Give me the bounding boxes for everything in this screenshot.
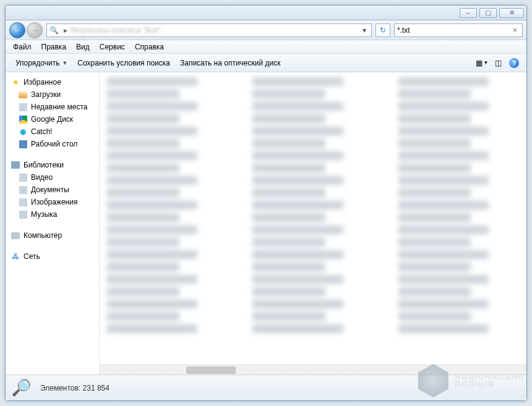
clear-search-icon[interactable]: × [510, 26, 520, 35]
sidebar-item-label: Catch! [31, 127, 53, 136]
menu-edit[interactable]: Правка [36, 41, 72, 53]
sidebar-item-label: Видео [31, 173, 53, 182]
documents-icon [18, 185, 28, 195]
pane-icon: ◫ [495, 59, 502, 67]
toolbar: Упорядочить ▼ Сохранить условия поиска З… [6, 54, 526, 72]
burn-disc-button[interactable]: Записать на оптический диск [175, 56, 286, 70]
organize-label: Упорядочить [15, 59, 59, 67]
sidebar-item-label: Рабочий стол [31, 140, 77, 148]
maximize-button[interactable]: ▢ [479, 8, 497, 18]
sidebar-item-label: Загрузки [31, 90, 61, 99]
view-options-button[interactable]: ▦ ▼ [474, 56, 489, 70]
scrollbar-thumb[interactable] [186, 366, 236, 374]
sidebar-network[interactable]: 🖧 Сеть [6, 250, 99, 263]
sidebar-item-music[interactable]: Музыка [6, 208, 99, 221]
folder-icon [18, 90, 28, 99]
library-icon [11, 160, 20, 170]
sidebar-item-label: Документы [31, 185, 69, 194]
forward-button[interactable]: → [27, 22, 43, 38]
sidebar-libraries-label: Библиотеки [24, 161, 64, 169]
sidebar: ★ Избранное Загрузки Недавние места Goog… [6, 72, 100, 374]
menubar: Файл Правка Вид Сервис Справка [6, 40, 526, 54]
save-search-button[interactable]: Сохранить условия поиска [72, 56, 175, 70]
sidebar-item-desktop[interactable]: Рабочий стол [6, 138, 99, 150]
organize-button[interactable]: Упорядочить ▼ [11, 56, 72, 70]
star-icon: ★ [11, 77, 20, 87]
sidebar-item-label: Музыка [31, 210, 57, 219]
network-icon: 🖧 [11, 252, 20, 261]
menu-help[interactable]: Справка [130, 41, 169, 53]
sidebar-computer-label: Компьютер [24, 231, 62, 240]
sidebar-item-pictures[interactable]: Изображения [6, 196, 99, 208]
menu-view[interactable]: Вид [71, 41, 95, 53]
explorer-window: – ▢ ✕ ← → 🔍 ▸ Результаты поиска в "Все" … [5, 5, 527, 401]
sidebar-item-label: Недавние места [31, 103, 87, 111]
sidebar-item-gdrive[interactable]: Google Диск [6, 113, 99, 125]
breadcrumb-separator: ▸ [64, 26, 67, 35]
search-box[interactable]: × [394, 23, 523, 37]
navbar: ← → 🔍 ▸ Результаты поиска в "Все" ▾ ↻ × [6, 20, 526, 40]
magnifier-icon: 🔍 [12, 378, 32, 397]
search-input[interactable] [397, 26, 510, 35]
body: ★ Избранное Загрузки Недавние места Goog… [6, 72, 526, 374]
search-results-blurred [100, 72, 526, 374]
address-text: Результаты поиска в "Все" [70, 26, 161, 35]
desktop-icon [18, 139, 28, 149]
close-button[interactable]: ✕ [499, 8, 524, 18]
address-dropdown[interactable]: ▾ [360, 26, 369, 35]
preview-pane-button[interactable]: ◫ [491, 56, 505, 70]
file-list-area[interactable] [100, 72, 526, 374]
status-text: Элементов: 231 854 [40, 384, 109, 392]
menu-file[interactable]: Файл [8, 41, 36, 53]
sidebar-item-downloads[interactable]: Загрузки [6, 88, 99, 101]
help-button[interactable]: ? [507, 56, 521, 70]
sidebar-favorites-label: Избранное [24, 78, 61, 87]
horizontal-scrollbar[interactable] [100, 365, 526, 374]
address-bar[interactable]: 🔍 ▸ Результаты поиска в "Все" ▾ [46, 23, 372, 37]
sidebar-item-documents[interactable]: Документы [6, 184, 99, 196]
video-icon [18, 172, 28, 182]
statusbar: 🔍 Элементов: 231 854 [6, 374, 526, 400]
sidebar-item-video[interactable]: Видео [6, 171, 99, 184]
menu-tools[interactable]: Сервис [95, 41, 130, 53]
chevron-down-icon: ▼ [62, 60, 67, 66]
sidebar-item-recent[interactable]: Недавние места [6, 101, 99, 113]
catch-icon: ◉ [18, 127, 28, 137]
refresh-button[interactable]: ↻ [375, 23, 390, 37]
back-button[interactable]: ← [9, 22, 25, 38]
help-icon: ? [509, 58, 519, 68]
view-grid-icon: ▦ [476, 59, 483, 67]
sidebar-computer[interactable]: Компьютер [6, 229, 99, 242]
chevron-down-icon: ▼ [484, 60, 489, 66]
pictures-icon [18, 197, 28, 207]
sidebar-item-label: Google Диск [31, 115, 73, 124]
sidebar-item-catch[interactable]: ◉ Catch! [6, 125, 99, 138]
computer-icon [11, 230, 20, 240]
sidebar-item-label: Изображения [31, 198, 77, 206]
google-drive-icon [18, 114, 28, 124]
sidebar-favorites[interactable]: ★ Избранное [6, 76, 99, 88]
folder-icon [18, 102, 28, 112]
sidebar-libraries[interactable]: Библиотеки [6, 159, 99, 171]
titlebar: – ▢ ✕ [6, 6, 526, 20]
minimize-button[interactable]: – [460, 8, 477, 18]
sidebar-network-label: Сеть [24, 252, 40, 261]
music-icon [18, 209, 28, 219]
search-icon: 🔍 [49, 26, 59, 35]
